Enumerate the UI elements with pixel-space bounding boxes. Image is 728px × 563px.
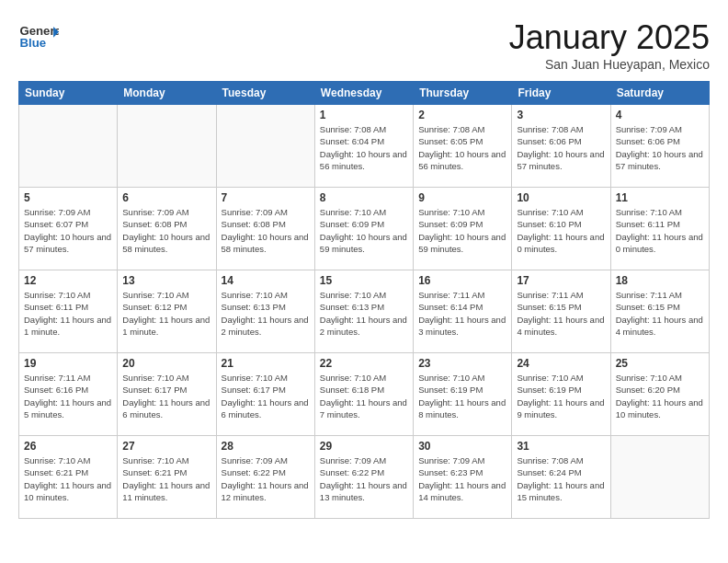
day-number: 6: [122, 191, 210, 204]
day-number: 1: [320, 109, 408, 121]
day-number: 16: [418, 274, 506, 287]
day-number: 11: [616, 191, 704, 204]
day-info: Sunrise: 7:08 AMSunset: 6:04 PMDaylight:…: [320, 123, 408, 172]
day-number: 31: [517, 440, 605, 453]
calendar-table: SundayMondayTuesdayWednesdayThursdayFrid…: [18, 81, 710, 519]
calendar-cell: 25Sunrise: 7:10 AMSunset: 6:20 PMDayligh…: [610, 353, 709, 436]
day-info: Sunrise: 7:09 AMSunset: 6:23 PMDaylight:…: [418, 454, 506, 503]
calendar-cell: 6Sunrise: 7:09 AMSunset: 6:08 PMDaylight…: [118, 188, 216, 270]
day-info: Sunrise: 7:11 AMSunset: 6:14 PMDaylight:…: [418, 289, 506, 338]
location: San Juan Hueyapan, Mexico: [509, 57, 710, 72]
day-number: 8: [320, 191, 408, 204]
calendar-cell: 7Sunrise: 7:09 AMSunset: 6:08 PMDaylight…: [216, 188, 314, 270]
day-info: Sunrise: 7:10 AMSunset: 6:17 PMDaylight:…: [122, 372, 210, 420]
calendar-cell: 12Sunrise: 7:10 AMSunset: 6:11 PMDayligh…: [19, 270, 118, 353]
day-number: 15: [320, 274, 408, 287]
logo-icon: General Blue: [18, 18, 59, 55]
day-number: 5: [24, 191, 112, 204]
col-header-thursday: Thursday: [414, 82, 512, 105]
calendar-cell: 17Sunrise: 7:11 AMSunset: 6:15 PMDayligh…: [512, 270, 610, 353]
day-number: 12: [24, 274, 112, 287]
col-header-friday: Friday: [512, 82, 610, 105]
calendar-cell: 10Sunrise: 7:10 AMSunset: 6:10 PMDayligh…: [512, 188, 610, 270]
col-header-tuesday: Tuesday: [216, 82, 314, 105]
calendar-week-row: 26Sunrise: 7:10 AMSunset: 6:21 PMDayligh…: [19, 436, 710, 519]
col-header-wednesday: Wednesday: [314, 82, 413, 105]
col-header-sunday: Sunday: [19, 82, 118, 105]
day-info: Sunrise: 7:09 AMSunset: 6:08 PMDaylight:…: [222, 206, 310, 255]
title-block: January 2025 San Juan Hueyapan, Mexico: [509, 18, 710, 72]
calendar-cell: 22Sunrise: 7:10 AMSunset: 6:18 PMDayligh…: [314, 353, 413, 436]
day-info: Sunrise: 7:10 AMSunset: 6:11 PMDaylight:…: [24, 289, 112, 338]
logo: General Blue: [18, 18, 59, 55]
day-info: Sunrise: 7:09 AMSunset: 6:07 PMDaylight:…: [24, 206, 112, 255]
day-info: Sunrise: 7:08 AMSunset: 6:05 PMDaylight:…: [418, 123, 506, 172]
day-info: Sunrise: 7:08 AMSunset: 6:24 PMDaylight:…: [517, 454, 605, 503]
calendar-cell: 3Sunrise: 7:08 AMSunset: 6:06 PMDaylight…: [512, 105, 610, 188]
calendar-cell: 13Sunrise: 7:10 AMSunset: 6:12 PMDayligh…: [118, 270, 216, 353]
day-number: 13: [122, 274, 210, 287]
day-info: Sunrise: 7:11 AMSunset: 6:15 PMDaylight:…: [616, 289, 704, 338]
calendar-cell: 18Sunrise: 7:11 AMSunset: 6:15 PMDayligh…: [610, 270, 709, 353]
day-number: 24: [517, 357, 605, 370]
day-number: 10: [517, 191, 605, 204]
calendar-cell: 11Sunrise: 7:10 AMSunset: 6:11 PMDayligh…: [610, 188, 709, 270]
calendar-cell: [216, 105, 314, 188]
calendar-cell: 14Sunrise: 7:10 AMSunset: 6:13 PMDayligh…: [216, 270, 314, 353]
calendar-cell: 30Sunrise: 7:09 AMSunset: 6:23 PMDayligh…: [414, 436, 512, 519]
day-number: 20: [122, 357, 210, 370]
calendar-week-row: 1Sunrise: 7:08 AMSunset: 6:04 PMDaylight…: [19, 105, 710, 188]
col-header-saturday: Saturday: [610, 82, 709, 105]
calendar-cell: 27Sunrise: 7:10 AMSunset: 6:21 PMDayligh…: [118, 436, 216, 519]
day-number: 9: [418, 191, 506, 204]
day-number: 22: [320, 357, 408, 370]
day-number: 27: [122, 440, 210, 453]
calendar-cell: 29Sunrise: 7:09 AMSunset: 6:22 PMDayligh…: [314, 436, 413, 519]
day-info: Sunrise: 7:09 AMSunset: 6:22 PMDaylight:…: [320, 454, 408, 503]
day-info: Sunrise: 7:10 AMSunset: 6:18 PMDaylight:…: [320, 372, 408, 420]
day-number: 2: [418, 109, 506, 121]
day-info: Sunrise: 7:09 AMSunset: 6:22 PMDaylight:…: [222, 454, 310, 503]
day-number: 19: [24, 357, 112, 370]
day-info: Sunrise: 7:09 AMSunset: 6:06 PMDaylight:…: [616, 123, 704, 172]
day-info: Sunrise: 7:10 AMSunset: 6:21 PMDaylight:…: [122, 454, 210, 503]
day-number: 4: [616, 109, 704, 121]
month-title: January 2025: [509, 18, 710, 57]
calendar-cell: 26Sunrise: 7:10 AMSunset: 6:21 PMDayligh…: [19, 436, 118, 519]
day-info: Sunrise: 7:10 AMSunset: 6:20 PMDaylight:…: [616, 372, 704, 420]
day-info: Sunrise: 7:11 AMSunset: 6:15 PMDaylight:…: [517, 289, 605, 338]
day-number: 14: [222, 274, 310, 287]
day-number: 23: [418, 357, 506, 370]
day-number: 29: [320, 440, 408, 453]
calendar-week-row: 12Sunrise: 7:10 AMSunset: 6:11 PMDayligh…: [19, 270, 710, 353]
calendar-cell: [610, 436, 709, 519]
page-header: General Blue January 2025 San Juan Hueya…: [18, 18, 710, 72]
calendar-cell: 20Sunrise: 7:10 AMSunset: 6:17 PMDayligh…: [118, 353, 216, 436]
calendar-cell: 16Sunrise: 7:11 AMSunset: 6:14 PMDayligh…: [414, 270, 512, 353]
calendar-cell: 15Sunrise: 7:10 AMSunset: 6:13 PMDayligh…: [314, 270, 413, 353]
day-info: Sunrise: 7:10 AMSunset: 6:09 PMDaylight:…: [320, 206, 408, 255]
day-info: Sunrise: 7:10 AMSunset: 6:09 PMDaylight:…: [418, 206, 506, 255]
calendar-cell: 5Sunrise: 7:09 AMSunset: 6:07 PMDaylight…: [19, 188, 118, 270]
day-info: Sunrise: 7:09 AMSunset: 6:08 PMDaylight:…: [122, 206, 210, 255]
day-info: Sunrise: 7:10 AMSunset: 6:17 PMDaylight:…: [222, 372, 310, 420]
calendar-week-row: 19Sunrise: 7:11 AMSunset: 6:16 PMDayligh…: [19, 353, 710, 436]
day-info: Sunrise: 7:10 AMSunset: 6:19 PMDaylight:…: [517, 372, 605, 420]
day-info: Sunrise: 7:10 AMSunset: 6:13 PMDaylight:…: [320, 289, 408, 338]
calendar-cell: 24Sunrise: 7:10 AMSunset: 6:19 PMDayligh…: [512, 353, 610, 436]
day-number: 17: [517, 274, 605, 287]
calendar-cell: 23Sunrise: 7:10 AMSunset: 6:19 PMDayligh…: [414, 353, 512, 436]
day-info: Sunrise: 7:10 AMSunset: 6:12 PMDaylight:…: [122, 289, 210, 338]
day-info: Sunrise: 7:10 AMSunset: 6:10 PMDaylight:…: [517, 206, 605, 255]
day-number: 18: [616, 274, 704, 287]
day-info: Sunrise: 7:08 AMSunset: 6:06 PMDaylight:…: [517, 123, 605, 172]
day-info: Sunrise: 7:11 AMSunset: 6:16 PMDaylight:…: [24, 372, 112, 420]
calendar-header-row: SundayMondayTuesdayWednesdayThursdayFrid…: [19, 82, 710, 105]
day-info: Sunrise: 7:10 AMSunset: 6:13 PMDaylight:…: [222, 289, 310, 338]
day-number: 3: [517, 109, 605, 121]
day-number: 28: [222, 440, 310, 453]
calendar-cell: 9Sunrise: 7:10 AMSunset: 6:09 PMDaylight…: [414, 188, 512, 270]
calendar-cell: 31Sunrise: 7:08 AMSunset: 6:24 PMDayligh…: [512, 436, 610, 519]
day-number: 26: [24, 440, 112, 453]
calendar-cell: 1Sunrise: 7:08 AMSunset: 6:04 PMDaylight…: [314, 105, 413, 188]
